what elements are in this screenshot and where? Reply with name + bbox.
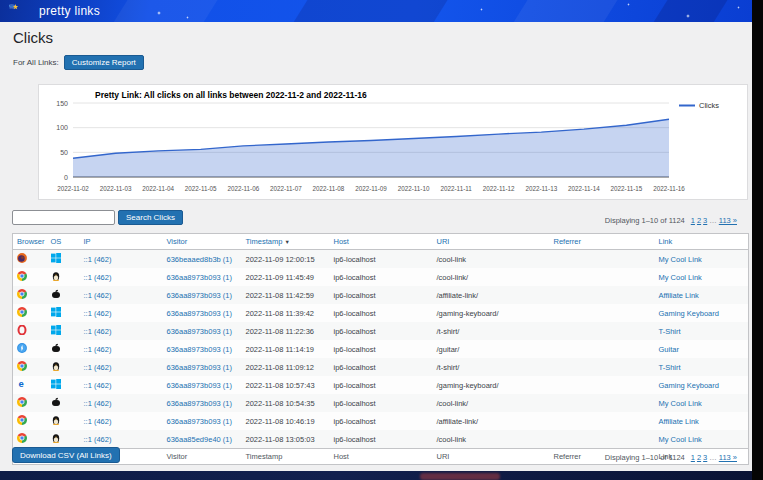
visitor-link[interactable]: 636beaaed8b3b (1): [167, 255, 232, 264]
ip-link[interactable]: ::1 (462): [84, 381, 112, 390]
ip-link[interactable]: ::1 (462): [84, 309, 112, 318]
ip-link[interactable]: ::1 (462): [84, 435, 112, 444]
column-header-browser[interactable]: Browser: [17, 237, 45, 246]
x-axis-tick-label: 2022-11-06: [227, 185, 259, 192]
linux-os-icon: [51, 415, 61, 425]
legend-label: Clicks: [699, 101, 719, 110]
download-csv-button[interactable]: Download CSV (All Links): [12, 447, 120, 463]
x-axis-tick-label: 2022-11-08: [313, 185, 345, 192]
header-streak: [286, 0, 453, 22]
visitor-link[interactable]: 636aa8973b093 (1): [167, 417, 232, 426]
sparkle-icon: [480, 8, 483, 11]
header-streak: [506, 0, 623, 22]
pretty-link-title-link[interactable]: Guitar: [659, 345, 679, 354]
visitor-link[interactable]: 636aa8973b093 (1): [167, 345, 232, 354]
host-cell: ip6-localhost: [330, 268, 433, 286]
footer-column-uri: URI: [433, 449, 550, 465]
page-link-2[interactable]: 2: [697, 216, 701, 225]
visitor-link[interactable]: 636aa8973b093 (1): [167, 309, 232, 318]
svg-text:e: e: [19, 379, 24, 389]
ip-link[interactable]: ::1 (462): [84, 255, 112, 264]
ip-link[interactable]: ::1 (462): [84, 417, 112, 426]
page-link-3[interactable]: 3: [703, 216, 707, 225]
column-header-link[interactable]: Link: [659, 237, 673, 246]
column-header-visitor[interactable]: Visitor: [167, 237, 188, 246]
displaying-count: Displaying 1–10 of 1124: [605, 216, 685, 225]
host-cell: ip6-localhost: [330, 412, 433, 430]
x-axis-tick-label: 2022-11-12: [483, 185, 515, 192]
x-axis-tick-label: 2022-11-10: [398, 185, 430, 192]
visitor-link[interactable]: 636aa8973b093 (1): [167, 381, 232, 390]
ip-link[interactable]: ::1 (462): [84, 399, 112, 408]
page-link-last[interactable]: 113 »: [719, 216, 737, 225]
ip-link[interactable]: ::1 (462): [84, 363, 112, 372]
search-input[interactable]: [12, 210, 115, 225]
column-header-timestamp[interactable]: Timestamp: [246, 237, 283, 246]
screen-right-margin: [752, 0, 763, 480]
pretty-link-title-link[interactable]: Affiliate Link: [659, 417, 699, 426]
bottom-taskbar-strip: [0, 471, 752, 480]
timestamp-cell: 2022-11-08 11:39:42: [242, 304, 330, 322]
page-link-1[interactable]: 1: [691, 453, 695, 462]
windows-os-icon: [51, 307, 61, 317]
search-clicks-button[interactable]: Search Clicks: [118, 210, 183, 225]
referrer-cell: [550, 394, 655, 412]
chrome-browser-icon: [17, 433, 27, 443]
referrer-cell: [550, 286, 655, 304]
clicks-chart-card: Pretty Link: All clicks on all links bet…: [38, 84, 748, 200]
column-header-ip[interactable]: IP: [84, 237, 91, 246]
column-header-referrer[interactable]: Referrer: [554, 237, 582, 246]
ip-link[interactable]: ::1 (462): [84, 273, 112, 282]
referrer-cell: [550, 358, 655, 376]
uri-cell: /cool-link/: [433, 268, 550, 286]
referrer-cell: [550, 322, 655, 340]
column-header-os[interactable]: OS: [51, 237, 62, 246]
pretty-link-title-link[interactable]: My Cool Link: [659, 399, 702, 408]
x-axis-tick-label: 2022-11-16: [653, 185, 685, 192]
pretty-link-title-link[interactable]: Gaming Keyboard: [659, 309, 719, 318]
visitor-link[interactable]: 636aa8973b093 (1): [167, 273, 232, 282]
pretty-link-title-link[interactable]: My Cool Link: [659, 273, 702, 282]
ip-link[interactable]: ::1 (462): [84, 327, 112, 336]
visitor-link[interactable]: 636aa8973b093 (1): [167, 327, 232, 336]
pretty-link-title-link[interactable]: My Cool Link: [659, 255, 702, 264]
host-cell: ip6-localhost: [330, 322, 433, 340]
x-axis-tick-label: 2022-11-15: [611, 185, 643, 192]
windows-os-icon: [51, 253, 61, 263]
page-link-1[interactable]: 1: [691, 216, 695, 225]
pagination-ellipsis: …: [709, 453, 717, 462]
referrer-cell: [550, 376, 655, 394]
page-link-last[interactable]: 113 »: [719, 453, 737, 462]
ip-link[interactable]: ::1 (462): [84, 291, 112, 300]
visitor-link[interactable]: 636aa85ed9e40 (1): [167, 435, 232, 444]
customize-report-button[interactable]: Customize Report: [64, 55, 144, 70]
uri-cell: /affiliate-link/: [433, 286, 550, 304]
pretty-link-title-link[interactable]: T-Shirt: [659, 363, 681, 372]
timestamp-cell: 2022-11-08 11:42:59: [242, 286, 330, 304]
pretty-link-title-link[interactable]: T-Shirt: [659, 327, 681, 336]
column-header-uri[interactable]: URI: [437, 237, 450, 246]
page-link-3[interactable]: 3: [703, 453, 707, 462]
visitor-link[interactable]: 636aa8973b093 (1): [167, 291, 232, 300]
pretty-link-title-link[interactable]: Gaming Keyboard: [659, 381, 719, 390]
firefox-browser-icon: [17, 253, 27, 263]
filter-label: For All Links:: [13, 58, 59, 67]
referrer-cell: [550, 340, 655, 358]
windows-os-icon: [51, 379, 61, 389]
table-row: ::1 (462) 636aa8973b093 (1) 2022-11-09 1…: [13, 268, 749, 286]
pretty-link-title-link[interactable]: My Cool Link: [659, 435, 702, 444]
visitor-link[interactable]: 636aa8973b093 (1): [167, 363, 232, 372]
visitor-link[interactable]: 636aa8973b093 (1): [167, 399, 232, 408]
timestamp-cell: 2022-11-08 10:57:43: [242, 376, 330, 394]
host-cell: ip6-localhost: [330, 430, 433, 449]
page-link-2[interactable]: 2: [697, 453, 701, 462]
y-axis-tick-label: 50: [60, 149, 68, 156]
ip-link[interactable]: ::1 (462): [84, 345, 112, 354]
pretty-link-title-link[interactable]: Affiliate Link: [659, 291, 699, 300]
uri-cell: /cool-link/: [433, 394, 550, 412]
screen: pretty links Clicks For All Links: Custo…: [0, 0, 763, 480]
column-header-host[interactable]: Host: [334, 237, 349, 246]
uri-cell: /gaming-keyboard/: [433, 376, 550, 394]
host-cell: ip6-localhost: [330, 358, 433, 376]
clicks-table-body: ::1 (462) 636beaaed8b3b (1) 2022-11-09 1…: [13, 250, 749, 449]
